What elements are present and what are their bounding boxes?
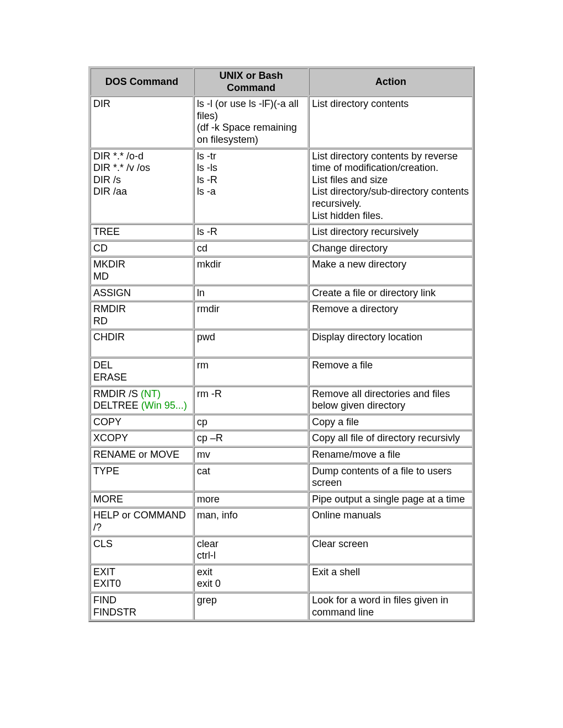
table-row: DIR *.* /o-dDIR *.* /v /osDIR /sDIR /aal…	[91, 149, 472, 224]
cell-dos: TREE	[91, 224, 193, 240]
cell-dos: CLS	[91, 537, 193, 564]
cell-dos: TYPE	[91, 464, 193, 491]
table-row: DELERASErmRemove a file	[91, 358, 472, 385]
cell-action: Make a new directory	[309, 257, 472, 284]
cell-unix: rm -R	[194, 387, 308, 414]
cell-dos: RENAME or MOVE	[91, 447, 193, 463]
cell-unix: cd	[194, 241, 308, 256]
cell-action: List directory recursively	[309, 224, 472, 240]
cell-unix: grep	[194, 593, 308, 620]
cell-unix: more	[194, 492, 308, 507]
table-row: ASSIGNlnCreate a file or directory link	[91, 286, 472, 301]
cell-action: Copy all file of directory recursivly	[309, 431, 472, 446]
cell-unix: rm	[194, 358, 308, 385]
cell-unix: exitexit 0	[194, 565, 308, 592]
cell-dos: CHDIR	[91, 330, 193, 357]
cell-dos: MKDIRMD	[91, 257, 193, 284]
table-row: CHDIRpwd Display directory location	[91, 330, 472, 357]
cell-dos: DELERASE	[91, 358, 193, 385]
cell-action: Remove a directory	[309, 302, 472, 329]
table-row: CDcdChange directory	[91, 241, 472, 256]
cell-action: Remove a file	[309, 358, 472, 385]
cell-action: Display directory location	[309, 330, 472, 357]
command-comparison-table: DOS Command UNIX or Bash Command Action …	[88, 66, 475, 622]
cell-action: Change directory	[309, 241, 472, 256]
table-row: DIRls -l (or use ls -lF)(-a all files)(d…	[91, 97, 472, 147]
cell-dos: XCOPY	[91, 431, 193, 446]
table-row: RMDIRRDrmdirRemove a directory	[91, 302, 472, 329]
cell-dos: CD	[91, 241, 193, 256]
cell-action: Copy a file	[309, 415, 472, 430]
table-row: CLSclearctrl-lClear screen	[91, 537, 472, 564]
table-row: MKDIRMDmkdirMake a new directory	[91, 257, 472, 284]
cell-unix: rmdir	[194, 302, 308, 329]
cell-unix: mkdir	[194, 257, 308, 284]
cell-action: List directory contents by reverse time …	[309, 149, 472, 224]
cell-action: Pipe output a single page at a time	[309, 492, 472, 507]
cell-dos: RMDIR /S (NT)DELTREE (Win 95...)	[91, 387, 193, 414]
cell-dos: DIR	[91, 97, 193, 147]
cell-dos: HELP or COMMAND /?	[91, 508, 193, 535]
cell-action: Remove all directories and files below g…	[309, 387, 472, 414]
table-row: RMDIR /S (NT)DELTREE (Win 95...)rm -RRem…	[91, 387, 472, 414]
cell-action: Look for a word in files given in comman…	[309, 593, 472, 620]
cell-unix: ls -trls -lsls -Rls -a	[194, 149, 308, 224]
page: DOS Command UNIX or Bash Command Action …	[0, 0, 563, 728]
cell-unix: cp	[194, 415, 308, 430]
table-row: FINDFINDSTRgrepLook for a word in files …	[91, 593, 472, 620]
header-dos: DOS Command	[91, 68, 193, 95]
cell-action: List directory contents	[309, 97, 472, 147]
cell-unix: cp –R	[194, 431, 308, 446]
cell-action: Exit a shell	[309, 565, 472, 592]
cell-dos: COPY	[91, 415, 193, 430]
table-row: MOREmorePipe output a single page at a t…	[91, 492, 472, 507]
cell-dos: RMDIRRD	[91, 302, 193, 329]
cell-dos: EXITEXIT0	[91, 565, 193, 592]
table-row: XCOPYcp –RCopy all file of directory rec…	[91, 431, 472, 446]
cell-action: Clear screen	[309, 537, 472, 564]
table-row: HELP or COMMAND /?man, infoOnline manual…	[91, 508, 472, 535]
cell-unix: mv	[194, 447, 308, 463]
header-action: Action	[309, 68, 472, 95]
header-unix: UNIX or Bash Command	[194, 68, 308, 95]
cell-unix: clearctrl-l	[194, 537, 308, 564]
cell-unix: pwd	[194, 330, 308, 357]
cell-dos: MORE	[91, 492, 193, 507]
cell-dos: ASSIGN	[91, 286, 193, 301]
cell-unix: cat	[194, 464, 308, 491]
table-row: EXITEXIT0exitexit 0Exit a shell	[91, 565, 472, 592]
cell-unix: man, info	[194, 508, 308, 535]
cell-dos: FINDFINDSTR	[91, 593, 193, 620]
cell-unix: ls -l (or use ls -lF)(-a all files)(df -…	[194, 97, 308, 147]
cell-unix: ls -R	[194, 224, 308, 240]
table-row: TYPEcatDump contents of a file to users …	[91, 464, 472, 491]
cell-dos: DIR *.* /o-dDIR *.* /v /osDIR /sDIR /aa	[91, 149, 193, 224]
table-row: RENAME or MOVEmvRename/move a file	[91, 447, 472, 463]
table-row: COPYcpCopy a file	[91, 415, 472, 430]
cell-action: Create a file or directory link	[309, 286, 472, 301]
cell-unix: ln	[194, 286, 308, 301]
cell-action: Online manuals	[309, 508, 472, 535]
table-header-row: DOS Command UNIX or Bash Command Action	[91, 68, 472, 95]
cell-action: Rename/move a file	[309, 447, 472, 463]
table-row: TREEls -RList directory recursively	[91, 224, 472, 240]
cell-action: Dump contents of a file to users screen	[309, 464, 472, 491]
